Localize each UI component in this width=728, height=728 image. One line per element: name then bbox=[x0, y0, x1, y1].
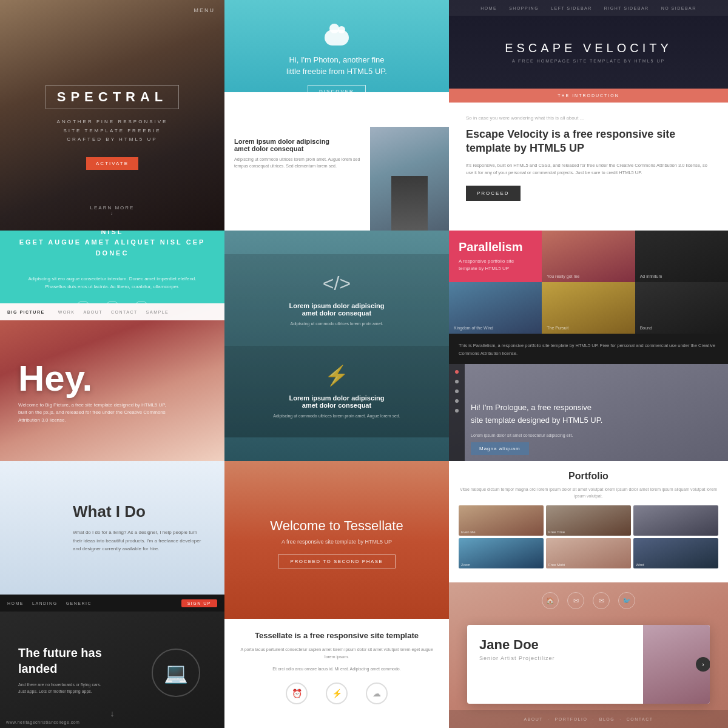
parallelism-panel: Parallelism A responsive portfolio sitet… bbox=[449, 231, 728, 364]
tessellate-hero: Welcome to Tessellate A free responsive … bbox=[224, 461, 449, 619]
landed-body: And there are no hoverboards or flying c… bbox=[18, 681, 140, 695]
lightning-icon-2: ⚡ bbox=[326, 682, 348, 704]
escape-nav-none[interactable]: NO SIDEBAR bbox=[661, 6, 696, 10]
bigpicture-nav-work[interactable]: Work bbox=[58, 310, 75, 314]
prologue-thumb-1-label: Even Me bbox=[461, 530, 476, 534]
stellar-nav-blog[interactable]: BLOG bbox=[599, 717, 615, 721]
escape-panel: HOME SHOPPING LEFT SIDEBAR RIGHT SIDEBAR… bbox=[449, 0, 728, 231]
prologue-thumb-5[interactable]: Free Mobi bbox=[546, 538, 631, 568]
tess-icon-lightning: ⚡ bbox=[326, 682, 348, 704]
icon-section-1-title: Lorem ipsum dolor adipiscingamet dolor c… bbox=[289, 302, 384, 317]
bigpicture-nav-contact[interactable]: Contact bbox=[111, 310, 138, 314]
stellar-nav-sep-3: · bbox=[619, 717, 621, 721]
stellar-card-arrow[interactable]: › bbox=[696, 657, 710, 672]
tessellate-proceed-button[interactable]: Proceed to second phase bbox=[278, 554, 396, 568]
prologue-portfolio-title: Portfolio bbox=[459, 471, 718, 482]
cloud-icon-2: ☁ bbox=[366, 682, 388, 704]
tess-icon-cloud: ☁ bbox=[366, 682, 388, 704]
photon-bottom: Lorem ipsum dolor adipiscingamet dolor c… bbox=[224, 127, 449, 231]
icon-section-2-body: Adipiscing ut commodo ultrices lorem pro… bbox=[273, 413, 400, 419]
landed-signup-button[interactable]: Sign up bbox=[181, 599, 217, 607]
prologue-sidebar-icon-5[interactable] bbox=[455, 409, 459, 413]
stellar-nav-contact[interactable]: CONTACT bbox=[627, 717, 653, 721]
escape-intro-banner: THE INTRODUCTION bbox=[449, 89, 728, 103]
url-overlay: www.heritagechristiancollege.com bbox=[6, 720, 79, 724]
spectral-panel: MENU SPECTRAL ANOTHER FINE RESPONSIVESIT… bbox=[0, 0, 224, 231]
whatido-title: What I Do bbox=[73, 502, 206, 521]
icon-section-1-body: Adipiscing ut commodo ultrices lorem pro… bbox=[291, 320, 383, 327]
teal-panel: ARCU ALIQUET VEL LOBORTIS ATA NISLEGET A… bbox=[0, 231, 224, 303]
spectral-subtitle: ANOTHER FINE RESPONSIVESITE TEMPLATE FRE… bbox=[46, 118, 180, 144]
prologue-thumb-4[interactable]: Zoom bbox=[459, 538, 544, 568]
prologue-portfolio-body: Vitae natoque dictum tempor magna orci l… bbox=[459, 487, 718, 499]
landed-arrow: ↓ bbox=[110, 709, 115, 718]
whatido-content: What I Do What do I do for a living? As … bbox=[73, 502, 206, 553]
tessellate-bottom-title: Tessellate is a free responsive site tem… bbox=[239, 631, 434, 640]
landed-nav-home[interactable]: Home bbox=[7, 601, 24, 605]
icons-content: </> Lorem ipsum dolor adipiscingamet dol… bbox=[224, 254, 449, 437]
escape-nav-home[interactable]: HOME bbox=[480, 6, 497, 10]
escape-nav-left[interactable]: LEFT SIDEBAR bbox=[551, 6, 592, 10]
prologue-thumb-1[interactable]: Even Me bbox=[459, 505, 544, 536]
escape-nav-shopping[interactable]: SHOPPING bbox=[509, 6, 539, 10]
bigpicture-nav-sample[interactable]: Sample bbox=[146, 310, 169, 314]
prologue-sidebar-icon-4[interactable] bbox=[455, 399, 459, 403]
stellar-nav-portfolio[interactable]: PORTFOLIO bbox=[555, 717, 588, 721]
teal-heading: ARCU ALIQUET VEL LOBORTIS ATA NISLEGET A… bbox=[18, 231, 206, 258]
stellar-nav-about[interactable]: ABOUT bbox=[524, 717, 543, 721]
photon-hero: Hi, I'm Photon, another finelittle freeb… bbox=[224, 0, 449, 127]
prologue-thumb-4-label: Zoom bbox=[461, 563, 470, 567]
tessellate-subtitle: A free responsive site template by HTML5… bbox=[281, 539, 392, 545]
stellar-mail-icon-2[interactable]: ✉ bbox=[593, 592, 610, 609]
landed-nav: Home Landing Generic Sign up bbox=[0, 595, 224, 612]
bigpicture-hey: Hey. bbox=[18, 360, 176, 397]
landed-laptop-graphic: 💻 bbox=[152, 649, 206, 691]
landed-nav-landing[interactable]: Landing bbox=[32, 601, 58, 605]
spectral-menu[interactable]: MENU bbox=[194, 7, 215, 13]
spectral-content: SPECTRAL ANOTHER FINE RESPONSIVESITE TEM… bbox=[46, 85, 180, 169]
stellar-card-name: Jane Doe bbox=[479, 637, 631, 653]
icon-section-2-title: Lorem ipsum dolor adipiscingamet dolor c… bbox=[289, 394, 384, 409]
para-img-5: Bound bbox=[635, 282, 728, 334]
stellar-card-image: › bbox=[643, 625, 710, 704]
stellar-mail-icon-1[interactable]: ✉ bbox=[567, 592, 584, 609]
stellar-social-icons: 🏠 ✉ ✉ 🐦 bbox=[542, 592, 635, 609]
prologue-hero-title: Hi! I'm Prologue, a free responsivesite … bbox=[471, 402, 716, 427]
photon-section-title: Lorem ipsum dolor adipiscingamet dolor c… bbox=[234, 138, 360, 152]
prologue-thumb-2[interactable]: Free Time bbox=[546, 505, 631, 536]
escape-proceed-button[interactable]: PROCEED bbox=[466, 186, 521, 201]
prologue-hero-button[interactable]: Magna aliquam bbox=[471, 442, 529, 455]
stellar-card-text: Jane Doe Senior Artist Projectilizer bbox=[467, 625, 643, 704]
photon-section-body: Adipiscing ut commodo ultrices lorem pro… bbox=[234, 156, 360, 169]
icons-panel: </> Lorem ipsum dolor adipiscingamet dol… bbox=[224, 231, 449, 461]
escape-content-body: It's responsive, built on HTML5 and CSS3… bbox=[466, 162, 711, 178]
tessellate-panel: Welcome to Tessellate A free responsive … bbox=[224, 461, 449, 728]
lightning-icon: ⚡ bbox=[325, 364, 349, 387]
photon-discover-button[interactable]: DISCOVER bbox=[308, 85, 366, 98]
para-label-3: Kingdom of the Wind bbox=[454, 326, 493, 330]
prologue-sidebar-icon-1[interactable] bbox=[455, 370, 459, 374]
prologue-sidebar bbox=[449, 364, 465, 461]
prologue-sidebar-icon-3[interactable] bbox=[455, 389, 459, 393]
landed-nav-generic[interactable]: Generic bbox=[66, 601, 92, 605]
bigpicture-nav-about[interactable]: About bbox=[83, 310, 103, 314]
photon-image bbox=[370, 127, 449, 231]
photon-text: Lorem ipsum dolor adipiscingamet dolor c… bbox=[224, 127, 370, 231]
escape-nav: HOME SHOPPING LEFT SIDEBAR RIGHT SIDEBAR… bbox=[449, 0, 728, 16]
tessellate-bottom: Tessellate is a free responsive site tem… bbox=[224, 619, 449, 728]
spectral-activate-button[interactable]: ACTIVATE bbox=[86, 157, 138, 170]
para-label-5: Bound bbox=[640, 326, 652, 330]
tessellate-bottom-body2: Et orci odio arcu ornare lacus id. Mi er… bbox=[239, 666, 434, 673]
prologue-thumb-3[interactable] bbox=[633, 505, 718, 536]
para-subtitle: A responsive portfolio sitetemplate by H… bbox=[459, 258, 532, 272]
whatido-body: What do I do for a living? As a designer… bbox=[73, 528, 206, 553]
prologue-sidebar-icon-2[interactable] bbox=[455, 380, 459, 383]
prologue-thumb-6-label: Wind bbox=[636, 563, 644, 567]
prologue-thumb-6[interactable]: Wind bbox=[633, 538, 718, 568]
teal-body: Adipiscing sit ero augue consectetur int… bbox=[27, 275, 197, 291]
stellar-twitter-icon[interactable]: 🐦 bbox=[618, 592, 635, 609]
stellar-home-icon[interactable]: 🏠 bbox=[542, 592, 559, 609]
clock-icon: ⏰ bbox=[286, 682, 308, 704]
escape-nav-right[interactable]: RIGHT SIDEBAR bbox=[604, 6, 649, 10]
para-info: This is Parallelism, a responsive portfo… bbox=[449, 334, 728, 364]
